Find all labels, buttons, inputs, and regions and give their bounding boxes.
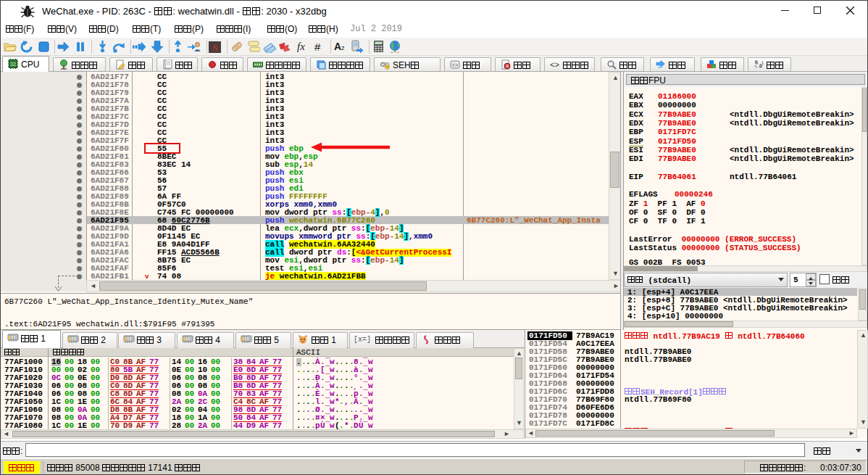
svg-text:<>: <> <box>452 62 458 68</box>
svg-text:32: 32 <box>10 62 16 67</box>
svg-text:<>: <> <box>550 61 559 70</box>
svg-text:A: A <box>334 41 341 52</box>
svg-text:fx: fx <box>297 41 305 52</box>
svg-text:a: a <box>506 63 509 68</box>
svg-text:#: # <box>314 41 321 53</box>
svg-text:z: z <box>341 44 345 51</box>
svg-text:S: S <box>212 42 217 53</box>
svg-text:?: ? <box>386 65 388 70</box>
